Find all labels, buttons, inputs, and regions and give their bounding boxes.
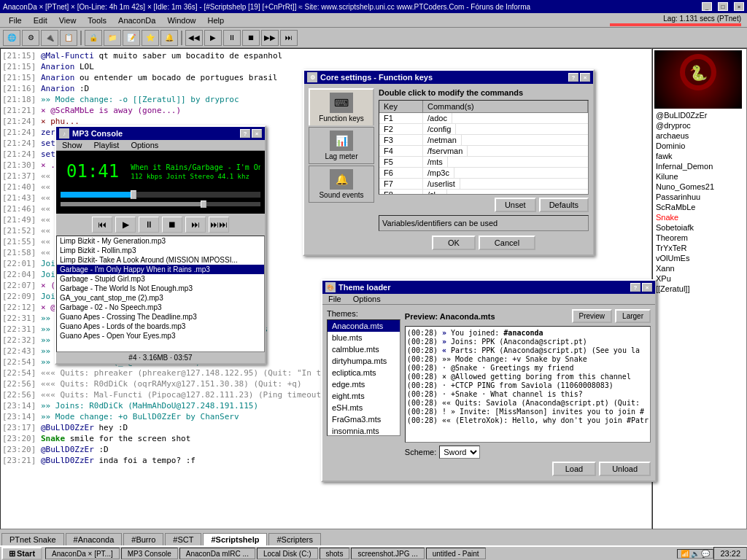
playlist-item[interactable]: Limp Bizkit- Take A Look Around (MISSION…: [57, 255, 264, 265]
toolbar-btn-11[interactable]: ▶: [204, 30, 222, 46]
user-item-snake[interactable]: Snake: [653, 212, 746, 222]
preview-button[interactable]: Preview: [572, 309, 613, 323]
toolbar-btn-8[interactable]: ⭐: [142, 30, 159, 46]
mp3-help-btn[interactable]: ?: [240, 129, 250, 138]
mp3-menu-show[interactable]: Show: [56, 140, 88, 150]
playlist-item[interactable]: Garbage - 02 - No Speech.mp3: [57, 303, 264, 312]
key-row[interactable]: F5/mts: [379, 157, 588, 168]
mp3-stop-btn[interactable]: ⏹: [162, 217, 182, 233]
user-item[interactable]: vOlUmEs: [653, 253, 746, 263]
key-row[interactable]: F3/netman: [379, 135, 588, 146]
theme-help-btn[interactable]: ?: [630, 283, 640, 292]
taskbar-anaconda[interactable]: AnaconDa × [PT...]: [45, 548, 120, 559]
ok-button[interactable]: OK: [432, 236, 476, 250]
user-item[interactable]: XPu: [653, 273, 746, 284]
user-item-theorem[interactable]: Theorem: [653, 233, 746, 243]
playlist-item[interactable]: Garbage - The World Is Not Enough.mp3: [57, 284, 264, 293]
toolbar-btn-4[interactable]: 📋: [60, 30, 77, 46]
user-item[interactable]: Sobetoiafk: [653, 222, 746, 233]
scheme-select[interactable]: Sword: [439, 446, 480, 459]
mp3-volume-bar[interactable]: [61, 202, 260, 206]
tab-function-keys[interactable]: ⌨ Function keys: [309, 88, 374, 125]
menu-help[interactable]: Help: [202, 15, 231, 26]
mp3-next-btn[interactable]: ⏭: [185, 217, 206, 233]
key-row[interactable]: F7/userlist: [379, 179, 588, 190]
tab-scriptshelp[interactable]: #Scriptshelp: [203, 533, 267, 545]
mp3-volume-thumb[interactable]: [201, 201, 206, 208]
menu-window[interactable]: Window: [161, 15, 201, 26]
core-settings-close-btn[interactable]: ×: [580, 73, 590, 82]
mp3-menu-playlist[interactable]: Playlist: [88, 140, 125, 150]
key-row[interactable]: F6/mp3c: [379, 168, 588, 179]
mp3-progress-bar[interactable]: [61, 192, 260, 198]
taskbar-shots[interactable]: shots: [320, 548, 350, 559]
toolbar-btn-1[interactable]: 🌐: [3, 30, 20, 46]
menu-file[interactable]: File: [3, 15, 28, 26]
start-button[interactable]: ⊞ Start: [1, 547, 42, 560]
taskbar-mirc[interactable]: AnaconDa mIRC ...: [179, 548, 255, 559]
user-item[interactable]: Passarinhuu: [653, 192, 746, 202]
user-item[interactable]: Xann: [653, 263, 746, 273]
close-btn[interactable]: ×: [734, 2, 744, 11]
toolbar-btn-9[interactable]: 🔔: [160, 30, 178, 46]
playlist-item-selected[interactable]: Garbage - I'm Only Happy When it Rains .…: [57, 265, 264, 274]
theme-item-ecliptica[interactable]: ecliptica.mts: [328, 367, 400, 378]
tab-sct[interactable]: #SCT: [165, 533, 201, 545]
toolbar-btn-2[interactable]: ⚙: [22, 30, 39, 46]
mp3-end-btn[interactable]: ⏭⏭: [209, 217, 229, 233]
playlist-item[interactable]: Garbage - Stupid Girl.mp3: [57, 274, 264, 284]
user-item[interactable]: archaeus: [653, 131, 746, 141]
theme-item-eight[interactable]: eight.mts: [328, 390, 400, 402]
unload-button[interactable]: Unload: [599, 462, 651, 476]
mp3-pause-btn[interactable]: ⏸: [139, 217, 159, 233]
minimize-btn[interactable]: _: [702, 2, 712, 11]
playlist-item[interactable]: Limp Bizkit - Rollin.mp3: [57, 246, 264, 255]
taskbar-mp3[interactable]: MP3 Console: [121, 548, 178, 559]
playlist-item[interactable]: Limp Bizkit - My Generation.mp3: [57, 236, 264, 246]
tab-anaconda[interactable]: #Anaconda: [66, 533, 123, 545]
toolbar-btn-7[interactable]: 📝: [123, 30, 140, 46]
playlist-item[interactable]: Guano Apes - Open Your Eyes.mp3: [57, 331, 264, 341]
taskbar-localc[interactable]: Local Disk (C:): [257, 548, 318, 559]
user-item[interactable]: ScRaMbLe: [653, 202, 746, 212]
theme-menu-file[interactable]: File: [322, 294, 347, 304]
taskbar-screenshot[interactable]: screenshot.JPG ...: [351, 548, 424, 559]
toolbar-btn-13[interactable]: ⏹: [242, 30, 260, 46]
key-row[interactable]: F4/fservman: [379, 146, 588, 157]
tab-scripters[interactable]: #Scripters: [268, 533, 321, 545]
toolbar-btn-14[interactable]: ▶▶: [261, 30, 279, 46]
core-settings-help-btn[interactable]: ?: [568, 73, 578, 82]
menu-tools[interactable]: Tools: [82, 15, 112, 26]
theme-item-dirtyhumpa[interactable]: dirtyhumpa.mts: [328, 355, 400, 367]
mp3-menu-options[interactable]: Options: [125, 140, 164, 150]
user-item[interactable]: Infernal_Demon: [653, 161, 746, 171]
tab-sound-events[interactable]: 🔔 Sound events: [309, 166, 374, 203]
playlist-item[interactable]: Guano Apes - Lords of the boards.mp3: [57, 322, 264, 331]
theme-close-btn[interactable]: ×: [642, 283, 652, 292]
user-item[interactable]: @dryproc: [653, 120, 746, 131]
menu-anaconda[interactable]: AnaconDa: [112, 15, 161, 26]
cancel-button[interactable]: Cancel: [479, 236, 535, 250]
maximize-btn[interactable]: □: [718, 2, 728, 11]
tab-ptnet-snake[interactable]: PTnet Snake: [1, 533, 64, 545]
theme-item-esh[interactable]: eSH.mts: [328, 402, 400, 413]
toolbar-btn-6[interactable]: 📁: [104, 30, 121, 46]
user-item[interactable]: @BuLlD0ZzEr: [653, 110, 746, 120]
mp3-close-btn[interactable]: ×: [252, 129, 262, 138]
toolbar-btn-3[interactable]: 🔌: [41, 30, 58, 46]
key-row[interactable]: F8/cl...: [379, 190, 588, 195]
user-item[interactable]: Dominio: [653, 141, 746, 151]
toolbar-btn-15[interactable]: ⏭: [280, 30, 298, 46]
tab-burro[interactable]: #Burro: [123, 533, 163, 545]
mp3-progress-thumb[interactable]: [131, 190, 136, 199]
mp3-play-btn[interactable]: ▶: [115, 217, 136, 233]
playlist-item[interactable]: Guano Apes - Crossing The Deadline.mp3: [57, 312, 264, 322]
user-item[interactable]: Kilune: [653, 171, 746, 182]
load-button[interactable]: Load: [552, 462, 596, 476]
defaults-button[interactable]: Defaults: [539, 198, 589, 212]
theme-item-blue[interactable]: blue.mts: [328, 332, 400, 343]
menu-view[interactable]: View: [53, 15, 82, 26]
theme-item-fragma3[interactable]: FraGma3.mts: [328, 413, 400, 425]
taskbar-paint[interactable]: untitled - Paint: [426, 548, 486, 559]
theme-menu-options[interactable]: Options: [347, 294, 387, 304]
